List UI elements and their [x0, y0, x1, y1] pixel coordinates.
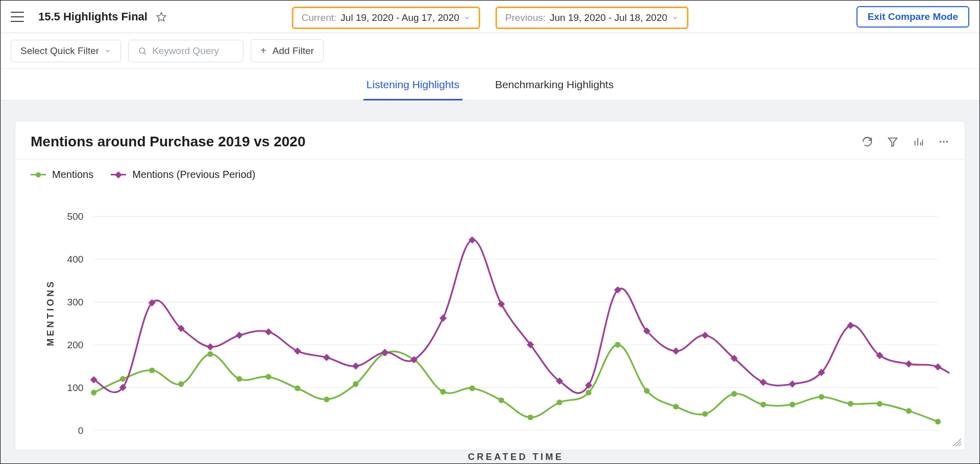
svg-point-31 [265, 374, 271, 379]
svg-point-47 [731, 391, 737, 397]
svg-point-10 [946, 141, 948, 143]
svg-point-27 [149, 368, 155, 373]
chart-card: Mentions around Purchase 2019 vs 2020 [15, 121, 965, 450]
refresh-icon[interactable] [862, 136, 873, 147]
svg-point-34 [353, 381, 358, 387]
svg-rect-62 [294, 347, 301, 354]
svg-point-45 [673, 404, 679, 409]
svg-rect-67 [439, 315, 447, 322]
date-range-group: Current: Jul 19, 2020 - Aug 17, 2020 Pre… [292, 7, 689, 29]
svg-text:400: 400 [67, 254, 84, 265]
top-bar: 15.5 Highlights Final Current: Jul 19, 2… [1, 1, 979, 33]
svg-rect-81 [847, 322, 854, 329]
exit-compare-button[interactable]: Exit Compare Mode [856, 6, 969, 28]
svg-point-52 [877, 401, 883, 406]
svg-rect-76 [701, 331, 708, 339]
svg-rect-69 [498, 300, 505, 307]
svg-text:200: 200 [67, 340, 84, 350]
hamburger-menu-icon[interactable] [11, 12, 24, 22]
quick-filter-label: Select Quick Filter [20, 45, 99, 57]
filter-bar: Select Quick Filter + Add Filter [1, 33, 979, 69]
svg-point-28 [178, 381, 184, 387]
legend-marker-green [31, 174, 46, 175]
bar-chart-icon[interactable] [913, 136, 924, 147]
keyword-query-field[interactable] [128, 40, 243, 62]
svg-point-44 [644, 388, 650, 394]
current-range-value: Jul 19, 2020 - Aug 17, 2020 [340, 12, 459, 23]
svg-text:0: 0 [78, 425, 84, 436]
svg-line-2 [144, 53, 146, 54]
card-header: Mentions around Purchase 2019 vs 2020 [15, 121, 965, 160]
tab-benchmarking-highlights[interactable]: Benchmarking Highlights [495, 69, 614, 100]
line-chart: 0100200300400500MENTIONSCREATED TIME [31, 184, 949, 464]
current-range-label: Current: [302, 12, 337, 23]
chart-area: 0100200300400500MENTIONSCREATED TIME [15, 184, 965, 464]
svg-point-39 [498, 397, 504, 403]
tab-listening-highlights[interactable]: Listening Highlights [366, 69, 459, 100]
svg-rect-75 [672, 347, 679, 354]
chevron-down-icon [463, 14, 471, 21]
more-options-icon[interactable] [938, 136, 949, 147]
svg-rect-59 [207, 343, 214, 350]
svg-marker-3 [889, 138, 897, 147]
quick-filter-button[interactable]: Select Quick Filter [11, 40, 121, 62]
svg-rect-60 [236, 331, 243, 339]
page-title: 15.5 Highlights Final [38, 10, 148, 23]
svg-rect-63 [323, 354, 330, 361]
main-area: Mentions around Purchase 2019 vs 2020 [1, 100, 979, 464]
filter-icon[interactable] [887, 136, 898, 147]
svg-point-42 [586, 390, 592, 395]
svg-point-30 [236, 376, 242, 381]
svg-point-46 [702, 411, 708, 417]
keyword-query-input[interactable] [152, 45, 234, 57]
favorite-star-icon[interactable] [156, 11, 167, 22]
highlight-tabs: Listening Highlights Benchmarking Highli… [1, 69, 979, 100]
svg-point-50 [819, 394, 824, 400]
legend-label-current: Mentions [52, 169, 93, 181]
svg-point-8 [940, 141, 942, 143]
card-actions [862, 136, 949, 147]
svg-text:100: 100 [67, 382, 84, 393]
svg-point-37 [440, 389, 446, 395]
svg-marker-0 [157, 12, 166, 21]
svg-line-87 [959, 444, 961, 446]
previous-range-value: Jun 19, 2020 - Jul 18, 2020 [550, 12, 667, 23]
svg-point-26 [120, 376, 126, 381]
svg-point-53 [906, 408, 912, 414]
svg-text:CREATED TIME: CREATED TIME [468, 452, 564, 462]
svg-line-86 [956, 441, 961, 446]
svg-rect-61 [265, 328, 272, 336]
svg-point-9 [943, 141, 945, 143]
svg-rect-64 [352, 363, 359, 370]
svg-point-48 [761, 402, 766, 407]
chart-legend: Mentions Mentions (Previous Period) [15, 160, 965, 184]
previous-range-label: Previous: [505, 12, 546, 23]
legend-mentions[interactable]: Mentions [31, 169, 93, 181]
svg-point-49 [790, 402, 795, 407]
add-filter-button[interactable]: + Add Filter [251, 39, 324, 62]
svg-rect-79 [789, 380, 796, 388]
svg-point-25 [91, 390, 96, 395]
svg-point-38 [469, 385, 475, 391]
svg-point-33 [324, 397, 329, 402]
legend-label-previous: Mentions (Previous Period) [132, 169, 255, 181]
svg-text:500: 500 [67, 211, 84, 222]
search-icon [138, 46, 147, 56]
svg-rect-84 [934, 363, 941, 370]
svg-point-40 [528, 415, 533, 420]
svg-rect-78 [760, 379, 767, 386]
plus-icon: + [260, 45, 266, 57]
svg-point-29 [207, 351, 213, 357]
current-range-picker[interactable]: Current: Jul 19, 2020 - Aug 17, 2020 [292, 7, 480, 29]
previous-range-picker[interactable]: Previous: Jun 19, 2020 - Jul 18, 2020 [496, 7, 689, 29]
chevron-down-icon [671, 14, 678, 21]
svg-point-1 [139, 48, 145, 54]
resize-handle-icon[interactable] [953, 439, 962, 447]
add-filter-label: Add Filter [273, 45, 314, 57]
svg-point-41 [557, 400, 562, 405]
legend-mentions-previous[interactable]: Mentions (Previous Period) [111, 169, 255, 181]
svg-text:300: 300 [67, 297, 84, 307]
svg-point-54 [935, 419, 941, 424]
svg-point-51 [848, 401, 853, 406]
svg-point-43 [615, 342, 621, 347]
